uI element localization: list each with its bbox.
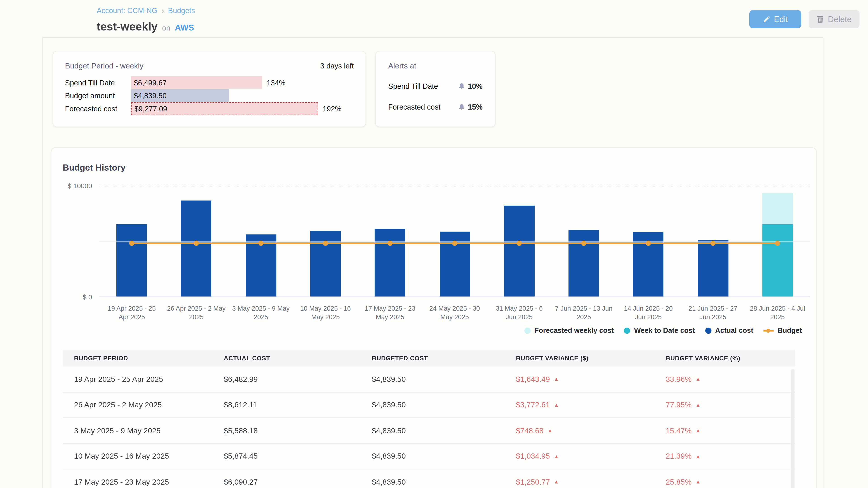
budget-bar: $4,839.50 <box>131 89 229 102</box>
variance-up-icon: ▲ <box>695 479 701 485</box>
delete-button-label: Delete <box>828 15 852 24</box>
legend-item-week-to-date-cost[interactable]: Week to Date cost <box>624 326 695 334</box>
cloud-provider-label: AWS <box>175 23 194 32</box>
cell-actual-cost: $8,612.11 <box>213 392 361 417</box>
x-axis-label-text: 17 May 2025 - 23 May 2025 <box>361 304 419 321</box>
pencil-icon <box>763 15 770 23</box>
x-axis-label-text: 19 Apr 2025 - 25 Apr 2025 <box>102 304 161 321</box>
alerts-card: Alerts at Spend Till Date10%Forecasted c… <box>375 51 496 127</box>
x-axis-label: 19 Apr 2025 - 25 Apr 2025 <box>99 304 164 321</box>
column-header-budget-variance-: BUDGET VARIANCE ($) <box>505 350 655 367</box>
variance-up-icon: ▲ <box>695 453 701 459</box>
legend-item-forecasted-weekly-cost[interactable]: Forecasted weekly cost <box>524 326 614 334</box>
x-axis-label: 24 May 2025 - 30 May 2025 <box>422 304 487 321</box>
table-row: 17 May 2025 - 23 May 2025$6,090.27$4,839… <box>63 469 795 488</box>
cell-budgeted-cost: $4,839.50 <box>361 367 505 392</box>
budget-period-row: Budget amount$4,839.50 <box>65 89 354 102</box>
trash-icon <box>817 15 824 23</box>
x-axis-labels: 19 Apr 2025 - 25 Apr 202526 Apr 2025 - 2… <box>99 304 810 321</box>
x-axis-label: 31 May 2025 - 6 Jun 2025 <box>487 304 552 321</box>
x-axis-label-text: 24 May 2025 - 30 May 2025 <box>425 304 484 321</box>
table-body: 19 Apr 2025 - 25 Apr 2025$6,482.99$4,839… <box>63 367 795 488</box>
spend-bar: $6,499.67 <box>131 76 262 89</box>
alert-row: Spend Till Date10% <box>388 79 483 93</box>
x-axis-label-text: 10 May 2025 - 16 May 2025 <box>296 304 355 321</box>
cell-actual-cost: $6,482.99 <box>213 367 361 392</box>
cell-variance-usd: $3,772.61▲ <box>505 392 655 417</box>
budget-period-title: Budget Period - weekly <box>65 62 144 70</box>
budget-row-label: Budget amount <box>65 91 131 100</box>
legend-item-actual-cost[interactable]: Actual cost <box>705 326 753 334</box>
alert-row-label: Forecasted cost <box>388 103 440 111</box>
variance-up-icon: ▲ <box>695 377 701 382</box>
chart-legend: Forecasted weekly costWeek to Date costA… <box>524 325 802 336</box>
cell-variance-usd: $748.68▲ <box>505 418 655 443</box>
chart-title: Budget History <box>63 163 126 173</box>
legend-label: Week to Date cost <box>634 326 695 334</box>
cell-variance-usd: $1,643.49▲ <box>505 367 655 392</box>
budget-detail-page: Account: CCM-NG › Budgets test-weekly on… <box>0 0 868 488</box>
legend-item-budget[interactable]: Budget <box>763 326 802 334</box>
budget-period-row: Forecasted cost$9,277.09192% <box>65 102 354 115</box>
budget-row-percent: 134% <box>267 78 285 87</box>
cell-budgeted-cost: $4,839.50 <box>361 392 505 417</box>
x-axis-label: 26 Apr 2025 - 2 May 2025 <box>164 304 229 321</box>
budget-row-value: $4,839.50 <box>134 91 167 100</box>
table-scrollbar[interactable] <box>791 369 795 488</box>
cell-budget-period: 10 May 2025 - 16 May 2025 <box>63 444 213 469</box>
budget-row-value: $6,499.67 <box>134 78 167 87</box>
budget-row-value: $9,277.09 <box>134 104 167 113</box>
variance-up-icon: ▲ <box>695 428 701 433</box>
breadcrumb-account-link[interactable]: Account: CCM-NG <box>97 6 158 14</box>
budget-period-rows: Spend Till Date$6,499.67134%Budget amoun… <box>65 76 354 115</box>
budget-row-label: Forecasted cost <box>65 104 131 113</box>
budget-row-bar-zone: $9,277.09192% <box>131 102 354 115</box>
cell-variance-pct: 15.47%▲ <box>654 418 795 443</box>
column-header-budget-period: BUDGET PERIOD <box>63 350 213 367</box>
x-axis-label-text: 3 May 2025 - 9 May 2025 <box>231 304 290 321</box>
legend-line-marker <box>763 327 774 334</box>
chart-plot-area <box>99 186 810 297</box>
budget-row-percent: 192% <box>323 104 342 113</box>
legend-circle-marker <box>705 327 711 334</box>
delete-button[interactable]: Delete <box>809 10 860 28</box>
column-header-budgeted-cost: BUDGETED COST <box>361 350 505 367</box>
legend-line-dot <box>767 328 771 332</box>
budget-history-table: BUDGET PERIODACTUAL COSTBUDGETED COSTBUD… <box>63 350 795 488</box>
x-axis-label: 7 Jun 2025 - 13 Jun 2025 <box>552 304 616 321</box>
x-axis-label: 10 May 2025 - 16 May 2025 <box>293 304 358 321</box>
y-axis-tick-max: $ 10000 <box>52 182 92 190</box>
column-header-actual-cost: ACTUAL COST <box>213 350 361 367</box>
cell-variance-pct: 25.85%▲ <box>654 469 795 488</box>
edit-button-label: Edit <box>774 15 788 24</box>
table-row: 19 Apr 2025 - 25 Apr 2025$6,482.99$4,839… <box>63 367 795 392</box>
bell-icon <box>458 82 465 90</box>
cell-budget-period: 3 May 2025 - 9 May 2025 <box>63 418 213 443</box>
table-row: 26 Apr 2025 - 2 May 2025$8,612.11$4,839.… <box>63 392 795 418</box>
variance-up-icon: ▲ <box>548 428 553 433</box>
x-axis-label: 21 Jun 2025 - 27 Jun 2025 <box>681 304 745 321</box>
legend-circle-marker <box>524 327 530 334</box>
cell-budgeted-cost: $4,839.50 <box>361 469 505 488</box>
budget-history-card: Budget History $ 10000 $ 0 19 Apr 2025 -… <box>51 148 817 488</box>
alert-threshold-value: 10% <box>468 82 483 90</box>
budget-row-bar-zone: $4,839.50 <box>131 89 354 102</box>
table-row: 10 May 2025 - 16 May 2025$5,874.45$4,839… <box>63 444 795 469</box>
x-axis-label-text: 7 Jun 2025 - 13 Jun 2025 <box>554 304 613 321</box>
cell-budgeted-cost: $4,839.50 <box>361 418 505 443</box>
x-axis-label-text: 28 Jun 2025 - 4 Jul 2025 <box>748 304 807 321</box>
x-axis-label: 17 May 2025 - 23 May 2025 <box>358 304 423 321</box>
legend-label: Actual cost <box>715 326 753 334</box>
bell-icon <box>458 103 465 110</box>
forecast-bar: $9,277.09 <box>131 102 318 115</box>
edit-button[interactable]: Edit <box>749 10 801 28</box>
alerts-rows: Spend Till Date10%Forecasted cost15% <box>388 79 483 113</box>
x-axis-label-text: 31 May 2025 - 6 Jun 2025 <box>490 304 549 321</box>
variance-up-icon: ▲ <box>554 479 559 485</box>
cell-variance-pct: 21.39%▲ <box>654 444 795 469</box>
cell-budget-period: 17 May 2025 - 23 May 2025 <box>63 469 213 488</box>
breadcrumb-budgets-link[interactable]: Budgets <box>168 6 195 14</box>
cell-variance-pct: 77.95%▲ <box>654 392 795 417</box>
cell-budget-period: 19 Apr 2025 - 25 Apr 2025 <box>63 367 213 392</box>
panel-right-border <box>823 38 824 488</box>
